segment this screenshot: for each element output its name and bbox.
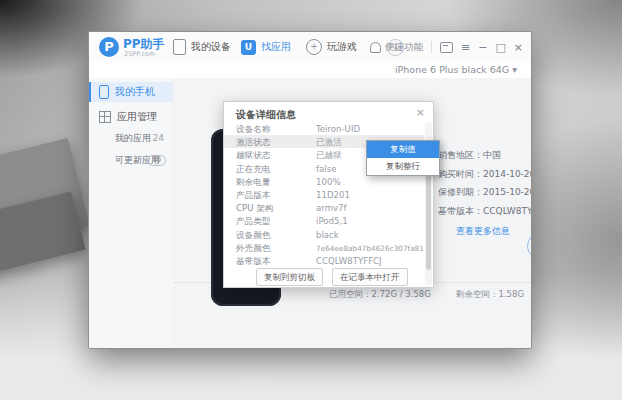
row-value: 100% (316, 177, 341, 187)
row-value: false (316, 164, 336, 174)
sidebar-item-app-manage-label: 应用管理 (117, 110, 157, 124)
quick-features-icon (370, 42, 381, 53)
nav-my-devices[interactable]: 我的设备 (173, 32, 231, 62)
context-menu: 复制值 复制整行 (366, 140, 440, 176)
copy-to-clipboard-button[interactable]: 复制到剪切板 (256, 268, 323, 286)
row-label: 正在充电 (236, 164, 270, 176)
info-warranty-date: 保修到期：2015-10-20 (438, 186, 532, 199)
context-menu-copy-value[interactable]: 复制值 (367, 141, 439, 158)
nav-play-games-label: 玩游戏 (327, 40, 357, 54)
app-window: P PP助手 25PP.com 我的设备 U 找应用 + 玩游戏 ↓ 便 (88, 31, 532, 349)
row-label: 外壳颜色 (236, 243, 270, 255)
phone-icon (99, 85, 109, 99)
detail-row[interactable]: 基带版本 CCQLW8TYFFCJ (224, 254, 424, 267)
gamepad-icon: + (306, 39, 322, 55)
device-selector[interactable]: iPhone 6 Plus black 64G ▾ (395, 64, 517, 75)
sidebar-item-my-phone-label: 我的手机 (115, 85, 155, 99)
row-label: 产品类型 (236, 216, 270, 228)
detail-row[interactable]: 设备颜色 black (224, 228, 424, 241)
menu-icon[interactable]: ≡ (461, 42, 470, 53)
detail-row[interactable]: 产品版本 11D201 (224, 188, 424, 201)
row-value: 已越狱 (316, 150, 342, 162)
my-apps-count: 24 (153, 133, 164, 143)
detail-row[interactable]: 剩余电量 100% (224, 175, 424, 188)
titlebar-separator (431, 41, 432, 53)
quick-features-button[interactable]: 便捷功能 (370, 41, 423, 54)
row-value: armv7f (316, 203, 347, 213)
row-value: iPod5,1 (316, 216, 348, 226)
info-baseband: 基带版本：CCQLW8TYFFCJ (438, 205, 532, 218)
device-detail-dialog: 设备详细信息 × 设备名称 Teiron-UID 激活状态 已激活 越狱状态 已… (223, 101, 434, 288)
usb-disk-label: U盘 (520, 262, 532, 274)
detail-row[interactable]: CPU 架构 armv7f (224, 201, 424, 214)
open-in-notepad-button[interactable]: 在记事本中打开 (332, 268, 408, 286)
dialog-title: 设备详细信息 (236, 108, 296, 122)
dialog-scrollbar-thumb[interactable] (426, 160, 431, 270)
info-purchase-date: 购买时间：2014-10-20 (438, 168, 532, 181)
dialog-close-icon[interactable]: × (416, 106, 425, 119)
row-value: 11D201 (316, 190, 350, 200)
detail-row[interactable]: 产品类型 iPod5,1 (224, 214, 424, 227)
row-value: Teiron-UID (316, 124, 360, 134)
info-sales-region: 销售地区：中国 (438, 149, 501, 162)
sidebar-item-my-apps-label: 我的应用 (115, 132, 151, 145)
nav-find-apps-label: 找应用 (261, 40, 291, 54)
row-label: 基带版本 (236, 256, 270, 268)
sidebar-item-my-apps[interactable]: 我的应用 (115, 131, 151, 145)
quick-features-label: 便捷功能 (385, 41, 423, 54)
nav-my-devices-label: 我的设备 (191, 40, 231, 54)
sidebar-item-app-manage[interactable]: 应用管理 (89, 107, 173, 127)
desktop: P PP助手 25PP.com 我的设备 U 找应用 + 玩游戏 ↓ 便 (0, 0, 622, 400)
nav-find-apps[interactable]: U 找应用 (241, 32, 291, 62)
nav-play-games[interactable]: + 玩游戏 (306, 32, 357, 62)
updatable-apps-badge: 30 (147, 155, 166, 166)
chevron-down-icon: ▾ (512, 64, 517, 75)
device-icon (173, 39, 186, 55)
usb-disk-button[interactable] (527, 232, 532, 260)
row-value: 已激活 (316, 137, 342, 149)
row-label: 激活状态 (236, 137, 270, 149)
row-label: 设备名称 (236, 124, 270, 136)
device-band: iPhone 6 Plus black 64G ▾ (89, 62, 531, 79)
context-menu-copy-row[interactable]: 复制整行 (367, 158, 439, 175)
sidebar-item-my-phone[interactable]: 我的手机 (89, 82, 173, 102)
close-button[interactable]: × (514, 42, 523, 53)
pp-logo-icon: P (99, 37, 119, 57)
brand-domain: 25PP.com (124, 50, 155, 58)
detail-row[interactable]: 外壳颜色 7e64ee8ab47b4626c307fa81043da4b8974… (224, 241, 424, 254)
row-value: 7e64ee8ab47b4626c307fa81043da4b8974f44d5 (316, 244, 424, 253)
sidebar: 我的手机 应用管理 我的应用 24 可更新应用 30 (89, 78, 174, 348)
row-label: CPU 架构 (236, 203, 273, 215)
minimize-button[interactable]: − (478, 42, 487, 53)
row-label: 产品版本 (236, 190, 270, 202)
row-label: 设备颜色 (236, 230, 270, 242)
view-more-link[interactable]: 查看更多信息 (456, 225, 510, 238)
row-label: 越狱状态 (236, 150, 270, 162)
free-space-text: 剩余空间：1.58G (456, 289, 524, 301)
grid-icon (99, 111, 111, 123)
apps-icon: U (241, 40, 256, 55)
used-space-text: 已用空间：2.72G / 3.58G (329, 289, 431, 301)
row-value: CCQLW8TYFFCJ (316, 256, 382, 266)
feedback-icon[interactable] (440, 42, 453, 53)
maximize-button[interactable]: □ (495, 42, 505, 53)
titlebar: P PP助手 25PP.com 我的设备 U 找应用 + 玩游戏 ↓ 便 (89, 32, 531, 63)
row-value: black (316, 230, 339, 240)
detail-row[interactable]: 设备名称 Teiron-UID (224, 122, 424, 135)
device-selector-label: iPhone 6 Plus black 64G (395, 64, 509, 75)
row-label: 剩余电量 (236, 177, 270, 189)
titlebar-right: 便捷功能 ≡ − □ × (370, 32, 523, 62)
